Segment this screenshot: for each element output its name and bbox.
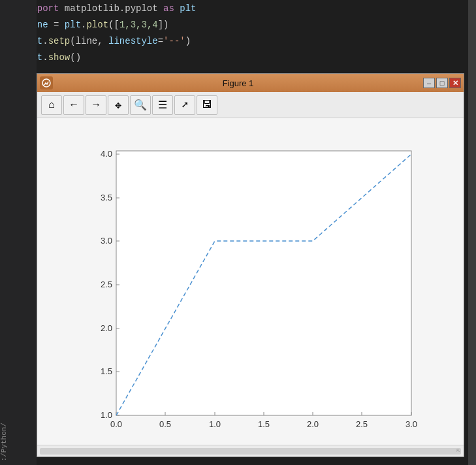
code-line-3: 3 plt.setp(line, linestyle='--') (0, 33, 476, 49)
svg-text:1.0: 1.0 (100, 410, 112, 420)
svg-text:0.0: 0.0 (110, 419, 121, 428)
window-controls: – □ ✕ (423, 78, 461, 88)
figure-toolbar: ⌂ ← → ✥ 🔍 ☰ ➚ 🖫 (37, 92, 464, 118)
back-button[interactable]: ← (63, 95, 84, 115)
save-button[interactable]: 🖫 (197, 95, 217, 115)
maximize-button[interactable]: □ (436, 78, 448, 88)
lines-button[interactable]: ➚ (174, 95, 195, 115)
svg-text:2.5: 2.5 (355, 419, 367, 428)
plot-container: 1.0 1.5 2.0 2.5 3.0 3.5 4.0 (61, 135, 440, 428)
figure-plot-area: 1.0 1.5 2.0 2.5 3.0 3.5 4.0 (37, 118, 464, 445)
forward-button[interactable]: → (86, 95, 106, 115)
svg-text:3.0: 3.0 (405, 419, 417, 428)
svg-text:1.5: 1.5 (100, 366, 112, 376)
minimize-button[interactable]: – (423, 78, 435, 88)
figure-icon (40, 76, 53, 89)
svg-text:3.5: 3.5 (100, 193, 112, 202)
svg-text:3.0: 3.0 (100, 236, 112, 246)
vertical-scrollbar[interactable] (468, 0, 476, 465)
config-button[interactable]: ☰ (152, 95, 173, 115)
code-content-1: import matplotlib.pyplot as plt (26, 3, 196, 14)
left-sidebar: :/Python/ (0, 0, 37, 465)
x-axis: 0.0 0.5 1.0 1.5 2.0 2.5 3.0 (110, 419, 417, 428)
svg-text:2.0: 2.0 (100, 323, 112, 333)
svg-text:1.0: 1.0 (208, 419, 220, 428)
code-editor: 1 import matplotlib.pyplot as plt 2 line… (0, 0, 476, 75)
code-content-2: line = plt.plot([1,3,3,4]) (26, 20, 169, 30)
svg-text:0.5: 0.5 (159, 419, 170, 428)
figure-title: Figure 1 (53, 78, 423, 88)
sidebar-path: :/Python/ (0, 423, 37, 461)
zoom-button[interactable]: 🔍 (130, 95, 151, 115)
code-content-3: plt.setp(line, linestyle='--') (26, 36, 191, 46)
svg-text:2.0: 2.0 (306, 419, 318, 428)
close-button[interactable]: ✕ (449, 78, 461, 88)
horizontal-scrollbar[interactable]: ⇱ (40, 448, 461, 455)
figure-window: Figure 1 – □ ✕ ⌂ ← → ✥ 🔍 ☰ ➚ 🖫 (37, 73, 464, 457)
scrollbar-grip-icon: ⇱ (456, 447, 460, 453)
svg-text:1.5: 1.5 (257, 419, 269, 428)
code-line-1: 1 import matplotlib.pyplot as plt (0, 0, 476, 16)
plot-svg: 1.0 1.5 2.0 2.5 3.0 3.5 4.0 (61, 135, 440, 428)
figure-bottom-bar: ⇱ (37, 445, 464, 457)
code-line-2: 2 line = plt.plot([1,3,3,4]) (0, 16, 476, 33)
pan-button[interactable]: ✥ (108, 95, 129, 115)
y-axis: 1.0 1.5 2.0 2.5 3.0 3.5 4.0 (100, 149, 112, 420)
code-line-4: 4 plt.show() (0, 49, 476, 65)
svg-rect-2 (116, 151, 411, 415)
figure-titlebar: Figure 1 – □ ✕ (37, 74, 464, 92)
home-button[interactable]: ⌂ (41, 95, 62, 115)
svg-text:2.5: 2.5 (100, 280, 112, 289)
svg-text:4.0: 4.0 (100, 149, 112, 159)
